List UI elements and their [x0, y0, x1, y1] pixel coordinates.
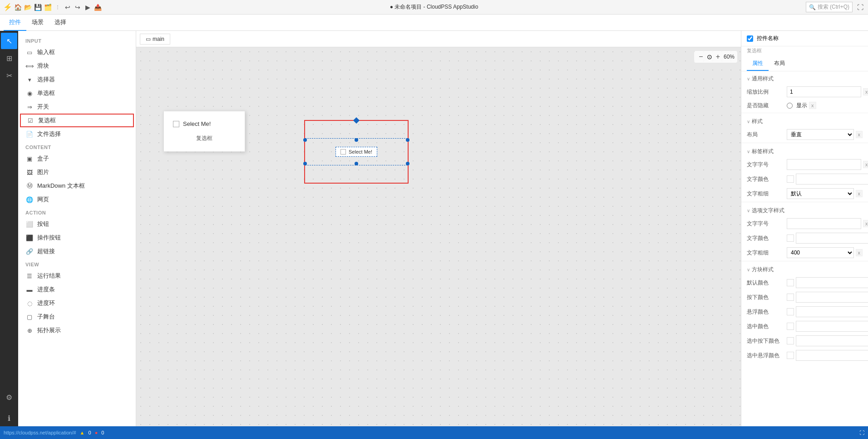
home-icon[interactable]: 🏠: [14, 3, 22, 11]
panel-item-selector-label: 选择器: [37, 75, 55, 84]
hidden-radio[interactable]: [787, 103, 793, 109]
panel-item-op-button[interactable]: ⬛ 操作按钮: [18, 231, 136, 244]
canvas-tab-main[interactable]: ▭ main: [140, 34, 170, 45]
props-checkbox[interactable]: [747, 35, 753, 42]
panel-item-link[interactable]: 🔗 超链接: [18, 244, 136, 258]
sidebar-cursor-icon[interactable]: ↖: [1, 33, 17, 49]
zoom-out-button[interactable]: −: [697, 52, 705, 62]
panel-item-image[interactable]: 🖼 图片: [18, 165, 136, 179]
layout-select[interactable]: 垂直: [787, 129, 854, 140]
font-color-input[interactable]: [796, 174, 868, 185]
props-tab-properties[interactable]: 属性: [747, 57, 769, 71]
panel-item-progress-ring[interactable]: ◌ 进度环: [18, 296, 136, 310]
preview-icon[interactable]: ▶: [84, 3, 92, 11]
save-all-icon[interactable]: 🗂️: [44, 3, 52, 11]
handle-left-mid[interactable]: [303, 138, 307, 142]
panel-item-op-button-label: 操作按钮: [37, 234, 61, 242]
press-color-input[interactable]: [796, 292, 868, 303]
sidebar-tool-icon[interactable]: ✂: [1, 67, 17, 84]
app-logo-icon[interactable]: ⚡: [4, 3, 12, 11]
hidden-radio-group: 显示: [787, 102, 807, 110]
zoom-fit-icon[interactable]: ⊙: [707, 53, 712, 60]
section-option-text-style-label: 选项文字样式: [752, 207, 784, 215]
tab-scenes[interactable]: 场景: [26, 15, 49, 31]
hidden-x-badge[interactable]: x: [809, 102, 816, 109]
divider-1: [741, 113, 868, 113]
sidebar-settings-icon[interactable]: ⚙: [1, 389, 17, 405]
zoom-in-button[interactable]: +: [714, 52, 722, 62]
folder-open-icon[interactable]: 📂: [24, 3, 32, 11]
panel-item-radio[interactable]: ◉ 单选框: [18, 86, 136, 100]
selected-hover-color-input[interactable]: [796, 350, 868, 361]
panel-item-result[interactable]: ☰ 运行结果: [18, 269, 136, 283]
scale-input[interactable]: [787, 86, 861, 97]
selected-press-color-dot[interactable]: [787, 337, 794, 344]
option-font-size-input[interactable]: [787, 218, 861, 229]
panel-item-file[interactable]: 📄 文件选择: [18, 127, 136, 141]
undo-icon[interactable]: ↩: [64, 3, 72, 11]
option-color-dot[interactable]: [787, 234, 794, 242]
panel-item-slider[interactable]: ⟺ 滑块: [18, 59, 136, 73]
panel-item-markdown[interactable]: Ⓜ MarkDown 文本框: [18, 179, 136, 193]
hover-color-dot[interactable]: [787, 308, 794, 315]
export-icon[interactable]: 📤: [94, 3, 102, 11]
option-font-color-input[interactable]: [796, 233, 868, 244]
selected-color-dot[interactable]: [787, 323, 794, 330]
panel-item-web-label: 网页: [37, 195, 49, 204]
layout-x-badge[interactable]: x: [856, 131, 863, 138]
preview-checkbox-box[interactable]: [173, 121, 179, 127]
panel-item-stage-label: 子舞台: [37, 313, 55, 321]
row-font-size: 文字字号 x: [741, 157, 868, 172]
search-box[interactable]: 🔍 搜索 (Ctrl+Q): [806, 2, 853, 12]
panel-item-stage[interactable]: ▢ 子舞台: [18, 310, 136, 324]
more-icon[interactable]: ⋮: [54, 3, 62, 11]
panel-item-web[interactable]: 🌐 网页: [18, 193, 136, 206]
panel-item-checkbox[interactable]: ☑ 复选框: [20, 114, 134, 127]
font-size-input[interactable]: [787, 159, 861, 170]
handle-top-mid[interactable]: [355, 138, 358, 142]
sidebar-layers-icon[interactable]: ⊞: [1, 50, 17, 66]
selected-color-label: 选中颜色: [747, 323, 783, 330]
props-tab-layout[interactable]: 布局: [769, 57, 790, 71]
option-font-size-x-badge[interactable]: x: [863, 220, 868, 227]
press-color-dot[interactable]: [787, 294, 794, 301]
default-color-dot[interactable]: [787, 279, 794, 286]
canvas-component[interactable]: Select Me!: [304, 120, 409, 184]
canvas-checkbox-widget[interactable]: Select Me!: [335, 147, 377, 157]
selected-hover-color-dot[interactable]: [787, 352, 794, 359]
selected-color-input[interactable]: [796, 321, 868, 332]
hover-color-input[interactable]: [796, 306, 868, 317]
panel-item-button[interactable]: ⬜ 按钮: [18, 217, 136, 231]
sidebar-info-icon[interactable]: ℹ: [1, 410, 17, 426]
fullscreen-icon[interactable]: ⛶: [856, 3, 864, 11]
option-font-weight-select[interactable]: 400: [787, 247, 854, 258]
handle-top-center-diamond[interactable]: [353, 117, 360, 124]
tab-select[interactable]: 选择: [49, 15, 72, 31]
stage-icon: ▢: [25, 313, 34, 321]
save-icon[interactable]: 💾: [34, 3, 42, 11]
selected-press-color-input[interactable]: [796, 335, 868, 346]
font-color-dot[interactable]: [787, 175, 794, 183]
redo-icon[interactable]: ↪: [74, 3, 82, 11]
row-hidden: 是否隐藏 显示 x: [741, 99, 868, 112]
panel-item-box[interactable]: ▣ 盒子: [18, 152, 136, 165]
panel-item-selector[interactable]: ▾ 选择器: [18, 73, 136, 86]
panel-item-input[interactable]: ▭ 输入框: [18, 45, 136, 59]
font-weight-x-badge[interactable]: x: [856, 190, 863, 197]
panel-item-progress-bar[interactable]: ▬ 进度条: [18, 283, 136, 296]
font-weight-select[interactable]: 默认: [787, 188, 854, 199]
status-expand-icon[interactable]: ⛶: [859, 430, 864, 435]
tab-controls[interactable]: 控件: [4, 15, 26, 31]
option-font-weight-x-badge[interactable]: x: [856, 249, 863, 256]
default-color-input[interactable]: [796, 277, 868, 288]
panel-item-expand[interactable]: ⊕ 拓扑展示: [18, 324, 136, 337]
font-size-x-badge[interactable]: x: [863, 161, 868, 168]
panel-item-toggle[interactable]: ⇒ 开关: [18, 100, 136, 114]
row-default-color: 默认颜色 ✏ x: [741, 275, 868, 290]
default-color-value: ✏ x: [787, 277, 868, 288]
canvas-content[interactable]: − ⊙ + 60% Select Me! 复选框: [136, 47, 741, 426]
error-count: 0: [101, 430, 104, 435]
handle-right-mid[interactable]: [406, 138, 409, 142]
scale-x-badge[interactable]: x: [863, 88, 868, 95]
top-bar-right: 🔍 搜索 (Ctrl+Q) ⛶: [806, 2, 864, 12]
